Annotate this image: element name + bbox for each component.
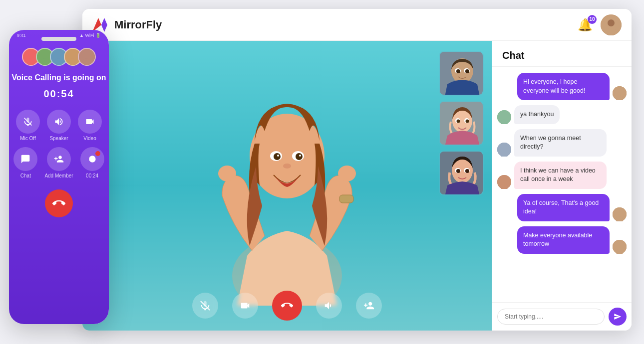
- thumbnail-3: [439, 151, 484, 195]
- msg-avatar-2: [497, 110, 511, 124]
- add-member-label: Add Member: [44, 173, 73, 178]
- msg-avatar-4: [497, 175, 511, 189]
- add-user-video-button[interactable]: [356, 293, 382, 319]
- svg-point-5: [608, 19, 615, 26]
- thumb-face-2: [440, 102, 484, 146]
- chat-button[interactable]: [13, 147, 37, 171]
- app-name: MirrorFly: [114, 18, 162, 31]
- end-call-icon: [281, 300, 293, 312]
- speaker-label: Speaker: [49, 136, 68, 141]
- svg-point-35: [456, 169, 460, 173]
- browser-body: Chat Hi everyone, I hope everyone will b…: [82, 41, 632, 331]
- video-area: [82, 41, 492, 331]
- add-user-icon: [363, 300, 374, 311]
- msg-bubble-3: When we gonna meet directly?: [514, 129, 607, 157]
- chat-input[interactable]: [497, 309, 605, 325]
- notification-count: 10: [588, 15, 597, 24]
- message-4: I think we can have a video call once in…: [497, 162, 627, 189]
- status-icons: ▲ WiFi 🔋: [79, 33, 101, 38]
- mute-button[interactable]: [192, 293, 218, 319]
- volume-button[interactable]: [316, 293, 342, 319]
- phone-controls-row-2: Chat Add Member: [13, 147, 104, 178]
- svg-point-17: [283, 164, 291, 169]
- notification-bell[interactable]: 🔔 10: [578, 18, 593, 32]
- user-avatar[interactable]: [601, 14, 622, 35]
- svg-point-23: [456, 69, 460, 73]
- svg-point-24: [465, 69, 469, 73]
- mic-off-button[interactable]: [16, 110, 40, 134]
- speaker-control: Speaker: [47, 110, 71, 141]
- thumb-face-1: [440, 52, 484, 96]
- chat-control: Chat: [13, 147, 37, 178]
- svg-point-8: [218, 166, 236, 181]
- call-timer: 00:54: [43, 88, 74, 100]
- browser-window: MirrorFly 🔔 10: [82, 9, 632, 331]
- msg-bubble-2: ya thankyou: [514, 105, 560, 124]
- avatar-svg-1: [613, 86, 627, 100]
- phone-controls-row-1: Mic Off Speaker Vi: [16, 110, 102, 141]
- chat-label: Chat: [20, 173, 31, 178]
- chat-input-area: [492, 302, 632, 331]
- end-call-button[interactable]: [272, 291, 302, 321]
- mic-off-icon: [200, 300, 211, 311]
- mic-off-label: Mic Off: [20, 136, 35, 141]
- avatar-svg-4: [497, 175, 511, 189]
- phone-outer: 9:41 ▲ WiFi 🔋: [9, 30, 109, 324]
- thumbnail-1: [439, 51, 484, 96]
- add-member-icon: [54, 154, 64, 164]
- avatar-svg-2: [497, 110, 511, 124]
- svg-point-9: [338, 166, 356, 181]
- chat-title: Chat: [492, 41, 632, 67]
- record-icon: [87, 154, 97, 164]
- svg-point-15: [277, 155, 279, 157]
- svg-point-30: [466, 120, 469, 123]
- phone-notch: [41, 37, 76, 41]
- phone-device: 9:41 ▲ WiFi 🔋: [9, 30, 109, 324]
- phone-end-call-button[interactable]: [45, 189, 73, 217]
- mic-off-control: Mic Off: [16, 110, 40, 141]
- phone-end-icon: [52, 197, 65, 210]
- thumb-face-3: [440, 152, 484, 195]
- msg-bubble-4: I think we can have a video call once in…: [514, 162, 607, 189]
- status-time: 9:41: [17, 33, 26, 38]
- video-controls: [192, 291, 382, 321]
- thumbnail-2: [439, 101, 484, 146]
- caller-avatars: [22, 48, 96, 66]
- send-button[interactable]: [609, 308, 627, 326]
- msg-avatar-6: [613, 240, 627, 254]
- svg-point-72: [89, 156, 95, 162]
- message-6: Make everyone available tomorrow: [497, 226, 627, 254]
- avatar-image: [601, 14, 622, 35]
- speaker-button[interactable]: [47, 110, 71, 134]
- video-button[interactable]: [78, 110, 102, 134]
- svg-point-13: [274, 153, 281, 160]
- video-control: Video: [78, 110, 102, 141]
- chat-messages: Hi everyone, I hope everyone will be goo…: [492, 67, 632, 302]
- avatar-svg-3: [497, 143, 511, 157]
- avatar-svg-5: [613, 207, 627, 221]
- add-member-control: Add Member: [44, 147, 73, 178]
- msg-avatar-5: [613, 207, 627, 221]
- msg-bubble-5: Ya of course, That's a good idea!: [517, 194, 610, 221]
- caller-avatar-5: [78, 48, 96, 66]
- recording-button[interactable]: [80, 147, 104, 171]
- mic-off-phone-icon: [23, 117, 33, 127]
- camera-button[interactable]: [232, 293, 258, 319]
- chat-phone-icon: [20, 154, 30, 164]
- message-1: Hi everyone, I hope everyone will be goo…: [497, 73, 627, 100]
- thumbnail-panel: [439, 51, 484, 195]
- svg-point-16: [299, 155, 301, 157]
- msg-bubble-6: Make everyone available tomorrow: [517, 226, 610, 254]
- svg-point-29: [457, 120, 460, 123]
- rec-dot: [95, 151, 100, 156]
- svg-rect-18: [339, 195, 353, 203]
- phone-screen: 9:41 ▲ WiFi 🔋: [9, 30, 109, 324]
- svg-point-14: [296, 153, 303, 160]
- caller-face-5: [79, 49, 95, 65]
- message-2: ya thankyou: [497, 105, 627, 124]
- add-member-button[interactable]: [47, 147, 71, 171]
- msg-bubble-1: Hi everyone, I hope everyone will be goo…: [517, 73, 610, 100]
- chat-panel: Chat Hi everyone, I hope everyone will b…: [492, 41, 632, 331]
- recording-label: 00:24: [86, 173, 98, 178]
- avatar-svg-6: [613, 240, 627, 254]
